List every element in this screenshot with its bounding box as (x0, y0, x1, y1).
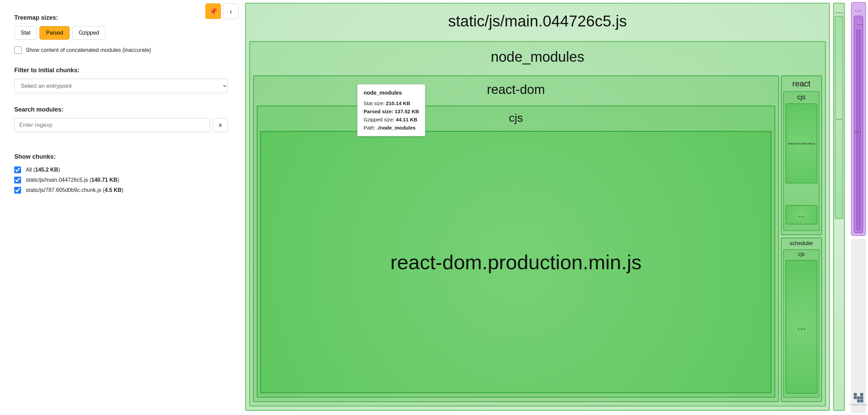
size-mode-parsed[interactable]: Parsed (39, 26, 70, 40)
size-mode-group: Stat Parsed Gzipped (14, 26, 228, 40)
chunk-item-all[interactable]: All (145.2 KB) (14, 166, 228, 173)
treemap-node-react-dom-cjs[interactable]: cjs react-dom.production.min.js (257, 105, 775, 398)
treemap-node-react-prod[interactable]: react.production.min.js (786, 103, 817, 183)
treemap-node-react-dom[interactable]: react-dom cjs react-dom.production.min.j… (253, 75, 779, 402)
entrypoint-select[interactable]: Select an entrypoint (14, 79, 228, 93)
rside-dots: … (854, 5, 863, 14)
chunk-checkbox[interactable] (14, 166, 21, 173)
foamtree-logo-label: FoamTree (850, 403, 868, 406)
treemap-node-react-dots[interactable]: … (786, 205, 817, 224)
treemap-node-main[interactable]: static/js/main.044726c5.js node_modules … (245, 3, 830, 411)
treemap-node-scheduler[interactable]: scheduler cjs … (781, 237, 822, 402)
treemap-node-scheduler-cjs[interactable]: cjs … (783, 249, 819, 398)
collapse-sidebar-button[interactable]: ‹ (223, 3, 239, 19)
treemap-node-scheduler-dots[interactable]: … (786, 260, 817, 394)
rside-box-outer[interactable]: … … … (851, 2, 866, 236)
chevron-left-icon: ‹ (230, 7, 232, 15)
size-mode-stat[interactable]: Stat (14, 26, 37, 40)
rside-logo-box: FoamTree (851, 239, 866, 413)
chunk-checkbox[interactable] (14, 177, 21, 183)
size-mode-gzipped[interactable]: Gzipped (72, 26, 106, 40)
treemap-node-side-dots[interactable]: … … (833, 3, 845, 411)
rside-box-inner[interactable]: … … (854, 16, 863, 233)
treemap-node-side-inner[interactable]: … (835, 16, 843, 219)
rside-dots: … (856, 18, 861, 27)
show-concat-checkbox[interactable] (14, 46, 22, 54)
rside-dots: … (854, 125, 863, 134)
chunk-item-787[interactable]: static/js/787.605d0b9c.chunk.js (4.5 KB) (14, 187, 228, 194)
treemap-sizes-label: Treemap sizes: (14, 14, 228, 21)
show-concat-label: Show content of concatenated modules (in… (26, 47, 151, 53)
pin-button[interactable]: 📌 (205, 3, 221, 19)
chunks-list: All (145.2 KB) static/js/main.044726c5.j… (14, 166, 228, 194)
treemap-node-react-cjs[interactable]: cjs react.production.min.js … (783, 91, 819, 231)
pin-icon: 📌 (209, 7, 218, 15)
sidebar: 📌 ‹ Treemap sizes: Stat Parsed Gzipped S… (0, 0, 242, 415)
search-input[interactable] (14, 118, 210, 132)
show-concat-row[interactable]: Show content of concatenated modules (in… (14, 46, 228, 54)
rside-box-inner2[interactable]: … (856, 29, 861, 231)
filter-chunks-label: Filter to initial chunks: (14, 67, 228, 74)
show-chunks-label: Show chunks: (14, 153, 228, 160)
treemap-node-react[interactable]: react cjs react.production.min.js … (781, 75, 822, 235)
clear-search-button[interactable]: x (213, 118, 228, 132)
treemap-node-node-modules[interactable]: node_modules react-dom cjs react-dom.pro… (249, 41, 826, 407)
chunk-item-main[interactable]: static/js/main.044726c5.js (140.71 KB) (14, 177, 228, 183)
chunk-checkbox[interactable] (14, 187, 21, 194)
right-sidebar: … … … FoamTree (849, 0, 868, 415)
treemap-canvas[interactable]: static/js/main.044726c5.js node_modules … (242, 0, 849, 415)
tooltip: node_modules Stat size: 210.14 KB Parsed… (357, 84, 425, 136)
search-modules-label: Search modules: (14, 106, 228, 113)
treemap-node-react-dom-prod[interactable]: react-dom.production.min.js (260, 131, 772, 393)
tooltip-title: node_modules (364, 88, 419, 97)
foamtree-logo-icon (854, 393, 863, 402)
